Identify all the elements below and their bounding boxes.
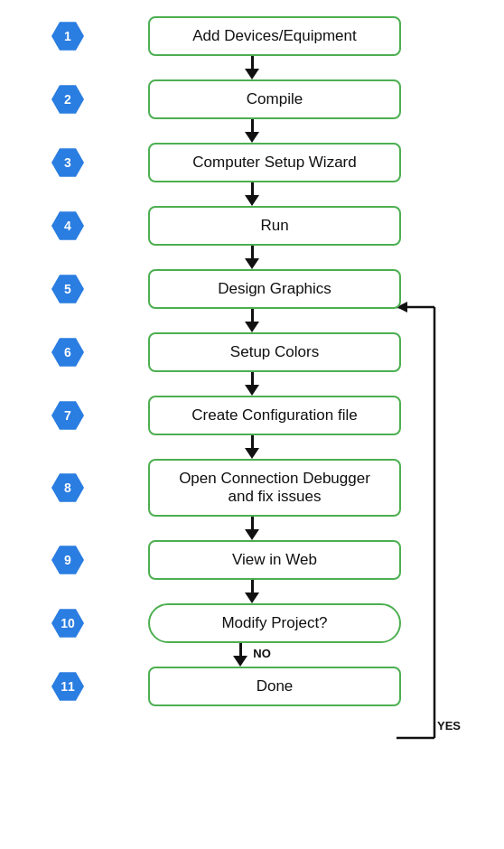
arrow-down-1-2 (245, 69, 259, 79)
no-branch: NO (233, 643, 271, 667)
arrow-line-6-7 (251, 372, 254, 385)
step-badge-9: 9 (51, 544, 84, 576)
arrow-line-1-2 (251, 56, 254, 69)
step-badge-5: 5 (51, 273, 84, 305)
step-box-1: Add Devices/Equipment (148, 16, 401, 56)
arrow-down-2-3 (245, 132, 259, 143)
arrow-line-8-9 (251, 517, 254, 529)
step-row-2: 2 Compile (26, 79, 478, 119)
step-badge-4: 4 (51, 210, 84, 242)
step-badge-3: 3 (51, 146, 84, 179)
arrow-line-10-11 (239, 643, 242, 656)
step-row-6: 6 Setup Colors (26, 332, 478, 372)
step-badge-6: 6 (51, 336, 84, 369)
step-row-11: 11 Done (26, 667, 478, 706)
step-box-3: Computer Setup Wizard (148, 143, 401, 182)
yes-label: YES (437, 719, 461, 732)
step-box-11: Done (148, 667, 401, 706)
step-row-4: 4 Run (26, 206, 478, 246)
arrow-line-2-3 (251, 119, 254, 132)
step-box-5: Design Graphics (148, 269, 401, 309)
arrow-down-8-9 (245, 529, 259, 540)
step-row-5: 5 Design Graphics (26, 269, 478, 309)
arrow-line-3-4 (251, 182, 254, 195)
arrow-line-4-5 (251, 246, 254, 258)
step-row-1: 1 Add Devices/Equipment (26, 16, 478, 56)
step-badge-10: 10 (51, 607, 84, 639)
arrow-down-3-4 (245, 195, 259, 206)
step-row-8: 8 Open Connection Debugger and fix issue… (26, 459, 478, 517)
arrow-down-5-6 (245, 322, 259, 332)
arrow-line-7-8 (251, 435, 254, 448)
arrow-down-6-7 (245, 385, 259, 396)
step-row-7: 7 Create Configuration file (26, 396, 478, 435)
step-badge-7: 7 (51, 399, 84, 432)
step-row-3: 3 Computer Setup Wizard (26, 143, 478, 182)
step-badge-1: 1 (51, 20, 84, 52)
step-badge-11: 11 (51, 670, 84, 703)
step-box-8: Open Connection Debugger and fix issues (148, 459, 401, 517)
step-row-9: 9 View in Web (26, 540, 478, 580)
step-box-4: Run (148, 206, 401, 246)
step-box-7: Create Configuration file (148, 396, 401, 435)
arrow-down-9-10 (245, 592, 259, 603)
arrow-line-9-10 (251, 580, 254, 592)
arrow-down-7-8 (245, 448, 259, 459)
step-badge-2: 2 (51, 83, 84, 116)
arrow-down-4-5 (245, 258, 259, 269)
step-box-10: Modify Project? (148, 603, 401, 643)
step-box-2: Compile (148, 79, 401, 119)
step-badge-8: 8 (51, 471, 84, 504)
arrow-down-10-11 (233, 656, 247, 667)
arrow-line-5-6 (251, 309, 254, 322)
flowchart: YES 1 Add Devices/Equipment 2 Compile 3 … (26, 9, 478, 706)
no-label: NO (253, 647, 271, 660)
step-box-6: Setup Colors (148, 332, 401, 372)
step-box-9: View in Web (148, 540, 401, 580)
step-row-10: 10 Modify Project? (26, 603, 478, 643)
